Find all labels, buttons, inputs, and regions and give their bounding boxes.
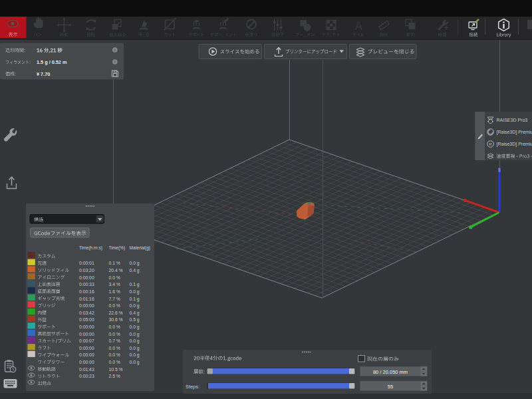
svg-text:0.0 %: 0.0 %	[109, 346, 120, 350]
svg-text:0:00:07: 0:00:07	[79, 338, 94, 343]
svg-text:0.0 g: 0.0 g	[130, 332, 140, 337]
svg-text:RAISE3D Pro3: RAISE3D Pro3	[497, 118, 528, 122]
svg-text:0:05:00: 0:05:00	[79, 317, 94, 322]
svg-text:0:00:00: 0:00:00	[79, 332, 94, 336]
svg-text:0.7 %: 0.7 %	[109, 338, 120, 343]
svg-text:0:00:33: 0:00:33	[79, 282, 94, 287]
svg-text:1.5 g / 0.52 m: 1.5 g / 0.52 m	[37, 59, 67, 65]
svg-text:0.1 g: 0.1 g	[130, 297, 140, 302]
svg-text:0:03:42: 0:03:42	[79, 311, 94, 315]
svg-text:0.5 g: 0.5 g	[130, 317, 140, 323]
svg-text:0:00:01: 0:00:01	[79, 261, 94, 265]
svg-text:0.0 %: 0.0 %	[109, 332, 120, 336]
svg-text:0.0 %: 0.0 %	[109, 303, 120, 308]
svg-text:0:01:16: 0:01:16	[79, 297, 94, 301]
svg-text:Material(g): Material(g)	[130, 245, 151, 251]
svg-text:0.0 g: 0.0 g	[130, 289, 140, 295]
svg-text:0.0 g: 0.0 g	[130, 352, 140, 358]
svg-text:0.0 g: 0.0 g	[130, 261, 140, 266]
svg-text:0.4 g: 0.4 g	[130, 311, 140, 316]
svg-text:0:00:16: 0:00:16	[79, 289, 94, 294]
svg-text:0:00:00: 0:00:00	[79, 352, 94, 357]
svg-text:0.0 g: 0.0 g	[130, 325, 140, 330]
svg-text:0.0 %: 0.0 %	[109, 325, 120, 329]
svg-text:0.0 g: 0.0 g	[130, 360, 140, 365]
svg-text:R: R	[489, 142, 492, 146]
svg-text:Time(%): Time(%)	[109, 245, 126, 251]
svg-text:7.7 %: 7.7 %	[109, 297, 120, 301]
svg-text:[Raise3D] Premium: [Raise3D] Premium	[497, 142, 532, 147]
svg-text:0.4 g: 0.4 g	[130, 268, 140, 273]
svg-text:55: 55	[388, 384, 393, 390]
svg-text:80 / 20.050 mm: 80 / 20.050 mm	[373, 369, 408, 375]
svg-text:[Raise3D] Premium: [Raise3D] Premium	[497, 130, 532, 135]
svg-text:0:00:00: 0:00:00	[79, 325, 94, 329]
svg-text:0:03:20: 0:03:20	[79, 268, 94, 273]
svg-text:0.1 g: 0.1 g	[130, 282, 140, 287]
svg-text:10.5 %: 10.5 %	[109, 367, 123, 372]
svg-text:22.6 %: 22.6 %	[109, 311, 123, 315]
svg-text:1.6 %: 1.6 %	[109, 289, 120, 294]
svg-text:0:00:00: 0:00:00	[79, 303, 94, 308]
svg-text:0.0 %: 0.0 %	[109, 360, 120, 364]
svg-text:0.0 %: 0.0 %	[109, 352, 120, 357]
svg-text:Time(h:m:s): Time(h:m:s)	[79, 245, 102, 251]
svg-text:0.0 g: 0.0 g	[130, 338, 140, 344]
svg-text:0:00:00: 0:00:00	[79, 346, 94, 350]
svg-text:3.4 %: 3.4 %	[109, 282, 120, 287]
svg-text:0.0 g: 0.0 g	[130, 303, 140, 309]
svg-text:Steps:: Steps:	[186, 384, 200, 390]
svg-text:30.6 %: 30.6 %	[109, 317, 123, 322]
svg-text:¥ 7.70: ¥ 7.70	[37, 71, 50, 77]
svg-text:0:00:00: 0:00:00	[79, 275, 94, 280]
svg-text:0.0 %: 0.0 %	[109, 275, 120, 280]
svg-text:0:01:43: 0:01:43	[79, 367, 94, 372]
svg-text:0.0 g: 0.0 g	[130, 346, 140, 351]
svg-text:0:00:23: 0:00:23	[79, 374, 94, 378]
svg-text:0.1 %: 0.1 %	[109, 261, 120, 265]
svg-text:20.4 %: 20.4 %	[109, 268, 123, 273]
svg-text:2.5 %: 2.5 %	[109, 374, 120, 378]
svg-text:0:00:00: 0:00:00	[79, 360, 94, 364]
